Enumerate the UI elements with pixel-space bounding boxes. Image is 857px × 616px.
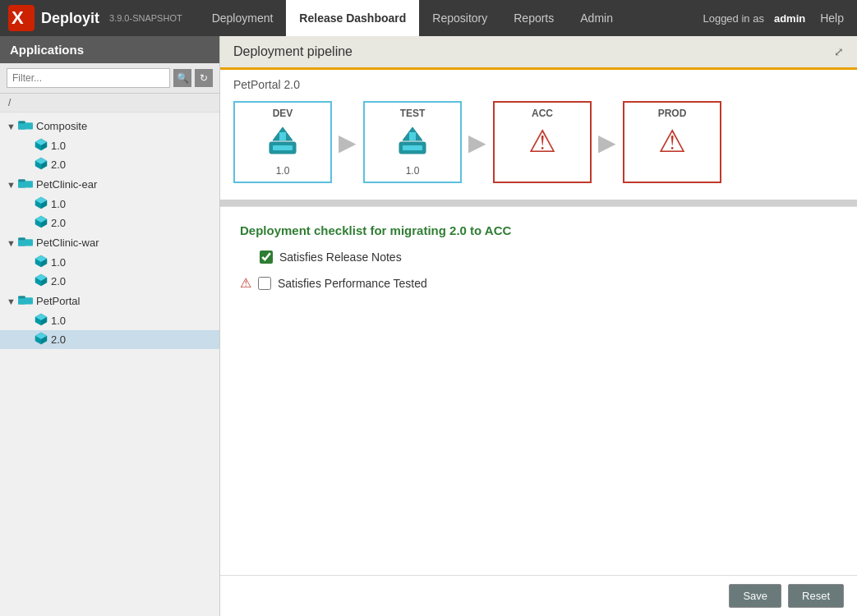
stage-label-prod: PROD xyxy=(658,108,687,119)
checklist-label-1: Satisfies Performance Tested xyxy=(278,277,427,290)
nav-admin[interactable]: Admin xyxy=(567,0,626,36)
expand-icon[interactable]: ⤢ xyxy=(834,45,844,58)
nav-reports[interactable]: Reports xyxy=(500,0,567,36)
svg-rect-53 xyxy=(409,132,416,140)
filter-search-button[interactable]: 🔍 xyxy=(173,69,191,87)
stage-label-test: TEST xyxy=(400,108,426,119)
cube-icon xyxy=(35,196,48,212)
stage-icon-area-test xyxy=(393,119,432,165)
checklist-title: Deployment checklist for migrating 2.0 t… xyxy=(240,223,837,237)
tree-item-petclinic-ear[interactable]: ▼ PetClinic-ear xyxy=(0,174,219,195)
tree-item-petportal-1.0[interactable]: 1.0 xyxy=(0,311,219,330)
tree-item-petclinic-ear-1.0[interactable]: 1.0 xyxy=(0,195,219,214)
checklist-container: Deployment checklist for migrating 2.0 t… xyxy=(220,206,857,575)
checklist-item-1: ⚠Satisfies Performance Tested xyxy=(240,275,837,291)
stage-label-acc: ACC xyxy=(532,108,553,119)
cube-icon xyxy=(35,215,48,231)
svg-rect-25 xyxy=(18,239,33,246)
stage-box-prod[interactable]: PROD⚠ xyxy=(623,101,721,183)
svg-rect-15 xyxy=(19,180,25,182)
svg-rect-3 xyxy=(18,122,33,129)
nav-repository[interactable]: Repository xyxy=(419,0,500,36)
tree-item-petclinic-ear-2.0[interactable]: 2.0 xyxy=(0,214,219,232)
top-navigation: X Deployit 3.9.0-SNAPSHOT Deployment Rel… xyxy=(0,0,857,36)
cube-icon xyxy=(35,332,48,347)
path-bar: / xyxy=(0,94,219,113)
stage-label-dev: DEV xyxy=(273,108,293,119)
nav-deployment[interactable]: Deployment xyxy=(199,0,287,36)
svg-rect-51 xyxy=(403,145,422,150)
tree-label-petportal-2.0: 2.0 xyxy=(51,333,66,346)
nav-help[interactable]: Help xyxy=(815,0,849,36)
stage-icon-area-prod: ⚠ xyxy=(658,119,686,163)
stage-version-dev: 1.0 xyxy=(276,165,290,177)
cube-icon xyxy=(35,157,48,172)
tree-item-petportal[interactable]: ▼ PetPortal xyxy=(0,291,219,311)
stage-icon-area-dev xyxy=(263,119,302,165)
pipeline-arrow-3: ▶ xyxy=(598,129,616,156)
logo-icon: X xyxy=(8,5,35,31)
logged-in-label: Logged in as xyxy=(703,12,763,25)
tree-label-petclinic-ear: PetClinic-ear xyxy=(36,178,97,191)
username-label: admin xyxy=(774,12,805,25)
stage-box-acc[interactable]: ACC⚠ xyxy=(493,101,592,183)
tree-toggle-composite[interactable]: ▼ xyxy=(7,122,18,131)
nav-right: Logged in as admin Help xyxy=(703,0,849,36)
tree-label-composite-2.0: 2.0 xyxy=(51,159,66,171)
tree-toggle-petclinic-war[interactable]: ▼ xyxy=(7,238,18,248)
tree-item-petclinic-war-1.0[interactable]: 1.0 xyxy=(0,253,219,272)
sidebar-header: Applications xyxy=(0,36,219,63)
filter-row: 🔍 ↻ xyxy=(0,63,219,94)
pipeline-arrow-1: ▶ xyxy=(339,129,357,156)
bottom-bar: Save Reset xyxy=(220,575,857,616)
svg-text:X: X xyxy=(12,7,24,28)
sidebar-title: Applications xyxy=(10,43,84,57)
tree-toggle-petportal[interactable]: ▼ xyxy=(7,297,18,306)
stage-box-test[interactable]: TEST 1.0 xyxy=(363,101,462,183)
cube-icon xyxy=(35,313,48,329)
pipeline-arrow-2: ▶ xyxy=(468,129,486,156)
tree-label-composite-1.0: 1.0 xyxy=(51,140,66,152)
filter-input[interactable] xyxy=(7,68,170,88)
tree-item-petportal-2.0[interactable]: 2.0 xyxy=(0,330,219,349)
sidebar: Applications 🔍 ↻ / ▼ Composite 1.0 2.0▼ xyxy=(0,36,220,616)
checklist-items: Satisfies Release Notes⚠Satisfies Perfor… xyxy=(240,251,837,291)
version-badge: 3.9.0-SNAPSHOT xyxy=(109,13,182,23)
warning-icon: ⚠ xyxy=(658,123,686,159)
svg-rect-36 xyxy=(18,297,33,304)
nav-release-dashboard[interactable]: Release Dashboard xyxy=(286,0,419,36)
stage-icon-area-acc: ⚠ xyxy=(528,119,556,163)
tree-item-composite-2.0[interactable]: 2.0 xyxy=(0,155,219,174)
stage-box-dev[interactable]: DEV 1.0 xyxy=(233,101,332,183)
folder-icon xyxy=(18,234,33,251)
save-button[interactable]: Save xyxy=(729,584,781,608)
filter-refresh-button[interactable]: ↻ xyxy=(195,69,213,87)
pipeline-container: PetPortal 2.0 DEV 1.0▶TEST 1.0▶ACC⚠▶PROD… xyxy=(220,70,857,200)
main-layout: Applications 🔍 ↻ / ▼ Composite 1.0 2.0▼ xyxy=(0,36,857,616)
svg-rect-4 xyxy=(19,122,25,124)
checklist-warning-icon: ⚠ xyxy=(240,275,251,291)
checklist-checkbox-1[interactable] xyxy=(258,277,271,290)
tree-item-composite[interactable]: ▼ Composite xyxy=(0,116,219,136)
tree-item-petclinic-war[interactable]: ▼ PetClinic-war xyxy=(0,232,219,253)
reset-button[interactable]: Reset xyxy=(788,584,844,608)
checklist-label-0: Satisfies Release Notes xyxy=(279,251,402,264)
svg-rect-37 xyxy=(19,297,25,299)
folder-icon xyxy=(18,292,33,310)
tree-label-petclinic-war-1.0: 1.0 xyxy=(51,256,66,269)
cube-icon xyxy=(35,255,48,270)
tree-item-petclinic-war-2.0[interactable]: 2.0 xyxy=(0,272,219,291)
tree-item-composite-1.0[interactable]: 1.0 xyxy=(0,136,219,155)
tree-label-composite: Composite xyxy=(36,120,87,132)
logo-area: X Deployit 3.9.0-SNAPSHOT xyxy=(8,5,182,31)
warning-icon: ⚠ xyxy=(528,123,556,159)
svg-rect-47 xyxy=(273,145,293,150)
app-name: Deployit xyxy=(41,10,99,27)
svg-rect-49 xyxy=(279,132,286,140)
tree-label-petclinic-ear-1.0: 1.0 xyxy=(51,198,66,210)
checklist-item-0: Satisfies Release Notes xyxy=(240,251,837,264)
svg-rect-26 xyxy=(19,238,25,241)
checklist-checkbox-0[interactable] xyxy=(260,251,273,264)
tree-label-petportal: PetPortal xyxy=(36,295,80,307)
tree-toggle-petclinic-ear[interactable]: ▼ xyxy=(7,180,18,190)
